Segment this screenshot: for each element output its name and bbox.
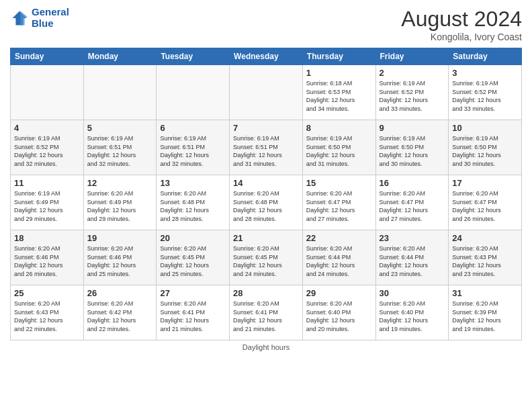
week-row-3: 11Sunrise: 6:19 AM Sunset: 6:49 PM Dayli… — [11, 175, 522, 230]
day-number: 28 — [233, 288, 299, 298]
day-info: Sunrise: 6:20 AM Sunset: 6:45 PM Dayligh… — [233, 244, 299, 278]
day-number: 13 — [160, 178, 226, 188]
col-sunday: Sunday — [11, 48, 84, 65]
day-number: 17 — [452, 178, 518, 188]
table-cell — [157, 65, 230, 120]
table-cell: 1Sunrise: 6:18 AM Sunset: 6:53 PM Daylig… — [302, 65, 375, 120]
day-info: Sunrise: 6:20 AM Sunset: 6:42 PM Dayligh… — [87, 300, 153, 333]
day-info: Sunrise: 6:20 AM Sunset: 6:44 PM Dayligh… — [380, 244, 445, 278]
table-cell: 19Sunrise: 6:20 AM Sunset: 6:46 PM Dayli… — [83, 230, 157, 285]
weekday-header-row: Sunday Monday Tuesday Wednesday Thursday… — [11, 48, 522, 65]
col-wednesday: Wednesday — [230, 48, 303, 65]
day-number: 4 — [14, 123, 80, 133]
day-info: Sunrise: 6:20 AM Sunset: 6:40 PM Dayligh… — [380, 300, 445, 333]
day-number: 30 — [380, 288, 445, 298]
day-info: Sunrise: 6:19 AM Sunset: 6:49 PM Dayligh… — [14, 189, 80, 223]
week-row-4: 18Sunrise: 6:20 AM Sunset: 6:46 PM Dayli… — [11, 230, 522, 285]
svg-marker-1 — [20, 11, 28, 25]
table-cell: 11Sunrise: 6:19 AM Sunset: 6:49 PM Dayli… — [11, 175, 84, 230]
logo: General Blue — [10, 7, 69, 29]
location: Kongolila, Ivory Coast — [401, 32, 522, 42]
day-number: 8 — [306, 123, 372, 133]
day-info: Sunrise: 6:19 AM Sunset: 6:51 PM Dayligh… — [160, 134, 226, 168]
week-row-1: 1Sunrise: 6:18 AM Sunset: 6:53 PM Daylig… — [11, 65, 522, 120]
day-info: Sunrise: 6:20 AM Sunset: 6:48 PM Dayligh… — [160, 189, 226, 223]
table-cell: 16Sunrise: 6:20 AM Sunset: 6:47 PM Dayli… — [375, 175, 449, 230]
table-cell: 30Sunrise: 6:20 AM Sunset: 6:40 PM Dayli… — [375, 285, 449, 340]
day-number: 23 — [380, 233, 445, 243]
day-info: Sunrise: 6:20 AM Sunset: 6:49 PM Dayligh… — [87, 189, 153, 223]
day-info: Sunrise: 6:19 AM Sunset: 6:51 PM Dayligh… — [87, 134, 153, 168]
day-info: Sunrise: 6:19 AM Sunset: 6:52 PM Dayligh… — [380, 79, 445, 113]
table-cell: 5Sunrise: 6:19 AM Sunset: 6:51 PM Daylig… — [83, 120, 157, 175]
table-cell: 22Sunrise: 6:20 AM Sunset: 6:44 PM Dayli… — [302, 230, 375, 285]
week-row-5: 25Sunrise: 6:20 AM Sunset: 6:43 PM Dayli… — [11, 285, 522, 340]
day-number: 24 — [452, 233, 518, 243]
day-number: 6 — [160, 123, 226, 133]
day-number: 18 — [14, 233, 80, 243]
day-info: Sunrise: 6:20 AM Sunset: 6:46 PM Dayligh… — [14, 244, 80, 278]
day-info: Sunrise: 6:20 AM Sunset: 6:48 PM Dayligh… — [233, 189, 299, 223]
day-number: 12 — [87, 178, 153, 188]
day-info: Sunrise: 6:20 AM Sunset: 6:45 PM Dayligh… — [160, 244, 226, 278]
table-cell: 9Sunrise: 6:19 AM Sunset: 6:50 PM Daylig… — [375, 120, 449, 175]
table-cell: 25Sunrise: 6:20 AM Sunset: 6:43 PM Dayli… — [11, 285, 84, 340]
day-number: 16 — [380, 178, 445, 188]
table-cell: 8Sunrise: 6:19 AM Sunset: 6:50 PM Daylig… — [302, 120, 375, 175]
day-info: Sunrise: 6:19 AM Sunset: 6:52 PM Dayligh… — [452, 79, 518, 113]
day-number: 22 — [306, 233, 372, 243]
table-cell: 15Sunrise: 6:20 AM Sunset: 6:47 PM Dayli… — [302, 175, 375, 230]
day-number: 9 — [380, 123, 445, 133]
table-cell: 23Sunrise: 6:20 AM Sunset: 6:44 PM Dayli… — [375, 230, 449, 285]
day-number: 7 — [233, 123, 299, 133]
day-info: Sunrise: 6:20 AM Sunset: 6:41 PM Dayligh… — [233, 300, 299, 333]
day-number: 11 — [14, 178, 80, 188]
page-container: General Blue August 2024 Kongolila, Ivor… — [0, 0, 532, 411]
day-number: 31 — [452, 288, 518, 298]
table-cell: 21Sunrise: 6:20 AM Sunset: 6:45 PM Dayli… — [230, 230, 303, 285]
table-cell: 12Sunrise: 6:20 AM Sunset: 6:49 PM Dayli… — [83, 175, 157, 230]
day-info: Sunrise: 6:19 AM Sunset: 6:50 PM Dayligh… — [452, 134, 518, 168]
day-info: Sunrise: 6:19 AM Sunset: 6:50 PM Dayligh… — [306, 134, 372, 168]
day-number: 5 — [87, 123, 153, 133]
table-cell — [230, 65, 303, 120]
col-tuesday: Tuesday — [157, 48, 230, 65]
table-cell: 3Sunrise: 6:19 AM Sunset: 6:52 PM Daylig… — [449, 65, 522, 120]
footer-note: Daylight hours — [10, 343, 522, 351]
table-cell — [11, 65, 84, 120]
day-number: 1 — [306, 68, 372, 78]
calendar-table: Sunday Monday Tuesday Wednesday Thursday… — [10, 48, 522, 340]
table-cell: 28Sunrise: 6:20 AM Sunset: 6:41 PM Dayli… — [230, 285, 303, 340]
week-row-2: 4Sunrise: 6:19 AM Sunset: 6:52 PM Daylig… — [11, 120, 522, 175]
day-info: Sunrise: 6:20 AM Sunset: 6:47 PM Dayligh… — [380, 189, 445, 223]
day-info: Sunrise: 6:20 AM Sunset: 6:41 PM Dayligh… — [160, 300, 226, 333]
day-info: Sunrise: 6:18 AM Sunset: 6:53 PM Dayligh… — [306, 79, 372, 113]
day-number: 3 — [452, 68, 518, 78]
day-info: Sunrise: 6:20 AM Sunset: 6:43 PM Dayligh… — [452, 244, 518, 278]
logo-text: General Blue — [32, 7, 69, 29]
col-friday: Friday — [375, 48, 449, 65]
col-monday: Monday — [83, 48, 157, 65]
table-cell: 13Sunrise: 6:20 AM Sunset: 6:48 PM Dayli… — [157, 175, 230, 230]
day-info: Sunrise: 6:20 AM Sunset: 6:44 PM Dayligh… — [306, 244, 372, 278]
table-cell: 14Sunrise: 6:20 AM Sunset: 6:48 PM Dayli… — [230, 175, 303, 230]
table-cell: 2Sunrise: 6:19 AM Sunset: 6:52 PM Daylig… — [375, 65, 449, 120]
day-info: Sunrise: 6:20 AM Sunset: 6:40 PM Dayligh… — [306, 300, 372, 333]
table-cell: 6Sunrise: 6:19 AM Sunset: 6:51 PM Daylig… — [157, 120, 230, 175]
day-number: 15 — [306, 178, 372, 188]
table-cell — [83, 65, 157, 120]
table-cell: 4Sunrise: 6:19 AM Sunset: 6:52 PM Daylig… — [11, 120, 84, 175]
table-cell: 27Sunrise: 6:20 AM Sunset: 6:41 PM Dayli… — [157, 285, 230, 340]
day-number: 2 — [380, 68, 445, 78]
day-info: Sunrise: 6:20 AM Sunset: 6:39 PM Dayligh… — [452, 300, 518, 333]
table-cell: 26Sunrise: 6:20 AM Sunset: 6:42 PM Dayli… — [83, 285, 157, 340]
day-info: Sunrise: 6:20 AM Sunset: 6:43 PM Dayligh… — [14, 300, 80, 333]
day-number: 29 — [306, 288, 372, 298]
day-number: 10 — [452, 123, 518, 133]
table-cell: 10Sunrise: 6:19 AM Sunset: 6:50 PM Dayli… — [449, 120, 522, 175]
table-cell: 24Sunrise: 6:20 AM Sunset: 6:43 PM Dayli… — [449, 230, 522, 285]
day-info: Sunrise: 6:20 AM Sunset: 6:47 PM Dayligh… — [452, 189, 518, 223]
month-title: August 2024 — [401, 7, 522, 32]
day-number: 25 — [14, 288, 80, 298]
col-thursday: Thursday — [302, 48, 375, 65]
